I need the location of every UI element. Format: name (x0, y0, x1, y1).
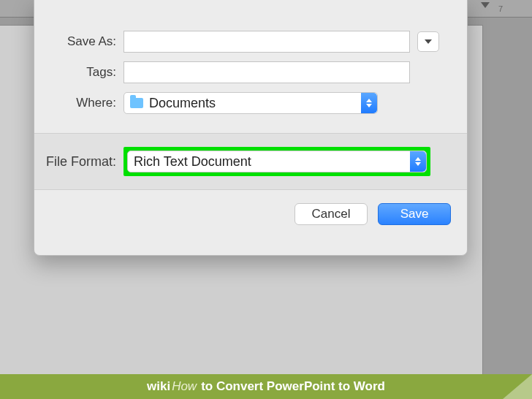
stepper-icon (361, 93, 377, 113)
save-button-label: Save (400, 207, 429, 221)
where-value: Documents (149, 96, 216, 111)
corner-fold-icon (503, 374, 532, 399)
chevron-down-icon (425, 39, 432, 44)
ruler-tick-7: 7 (498, 4, 503, 13)
caption-bar: wikiHow to Convert PowerPoint to Word (0, 374, 532, 399)
wiki-logo-how: How (172, 379, 197, 394)
tags-input[interactable] (123, 61, 410, 83)
file-format-select[interactable]: Rich Text Document (127, 151, 427, 172)
where-label: Where: (34, 96, 123, 110)
file-format-value: Rich Text Document (134, 154, 251, 170)
save-button[interactable]: Save (378, 203, 451, 225)
stepper-icon (410, 151, 426, 172)
expand-button[interactable] (417, 31, 439, 52)
folder-icon (130, 98, 143, 108)
where-select[interactable]: Documents (123, 92, 378, 114)
save-as-label: Save As: (34, 34, 123, 49)
save-as-input[interactable] (123, 31, 410, 53)
cancel-button-label: Cancel (312, 207, 351, 221)
caption-title: to Convert PowerPoint to Word (201, 379, 385, 394)
save-sheet: Save As: Tags: Where: Documents (34, 0, 468, 256)
wiki-logo-text: wiki (147, 379, 170, 394)
stage: 7 Save As: Tags: Where: Document (0, 0, 532, 399)
tags-label: Tags: (34, 65, 123, 80)
cancel-button[interactable]: Cancel (294, 203, 368, 225)
highlight: Rich Text Document (123, 147, 430, 176)
indent-marker-icon (481, 2, 490, 8)
file-format-label: File Format: (34, 154, 123, 170)
